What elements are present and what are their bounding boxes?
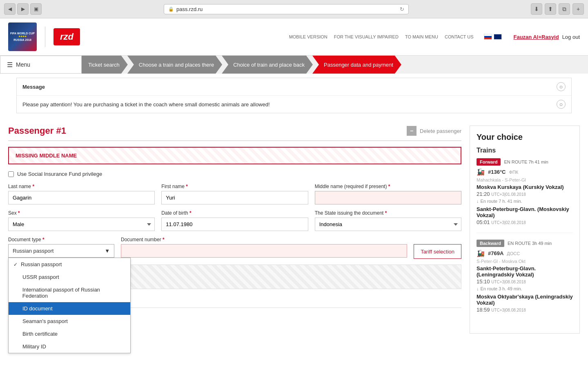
message-close-1[interactable]: ○ — [557, 82, 566, 91]
hamburger-icon: ☰ — [7, 61, 13, 69]
sex-required: * — [18, 210, 20, 216]
state-label: The State issuing the document * — [315, 210, 461, 216]
doc-type-option-russian-passport[interactable]: ✓ Russian passport — [9, 258, 130, 271]
ru-flag[interactable] — [484, 34, 492, 40]
message-close-2[interactable]: ○ — [557, 100, 566, 109]
logout-button[interactable]: Log out — [562, 34, 580, 40]
main-content: Passenger #1 − Delete passenger MISSING … — [0, 117, 588, 346]
doc-type-option-intl-passport[interactable]: International passport of Russian Federa… — [9, 283, 130, 302]
train-forward-direction: Forward EN ROUTE 7h 41 min — [477, 158, 573, 166]
visually-impaired-link[interactable]: FOR THE VISUALLY IMPAIRED — [334, 34, 399, 39]
doc-type-list: ✓ Russian passport USSR passport Interna… — [8, 258, 131, 353]
share-button[interactable]: ⬆ — [545, 3, 556, 15]
forward-train-class: ФПК — [509, 170, 519, 175]
sidebar-title: Your choice — [477, 132, 573, 142]
doc-type-dropdown[interactable]: Russian passport ▼ ✓ Russian passport — [8, 244, 114, 258]
rzd-logo: rzd — [53, 28, 80, 45]
doc-type-option-birth-certificate[interactable]: Birth certificate — [9, 328, 130, 340]
state-select[interactable]: Indonesia Russia — [315, 218, 461, 231]
doc-type-selected-text: Russian passport — [13, 248, 53, 254]
en-flag[interactable] — [494, 34, 502, 40]
state-field: The State issuing the document * Indones… — [315, 210, 461, 231]
doc-type-option-id-document[interactable]: ID document — [9, 302, 130, 315]
address-bar[interactable]: 🔒 pass.rzd.ru ↻ — [164, 4, 409, 14]
dob-input[interactable] — [161, 218, 308, 231]
sex-dob-state-row: Sex * Male Female Date of birth * — [8, 210, 461, 231]
back-button[interactable]: ◀ — [4, 3, 16, 15]
first-name-label: First name * — [161, 184, 308, 189]
duration-arrow-icon: ↓ — [477, 199, 479, 204]
forward-button[interactable]: ▶ — [17, 3, 29, 15]
middle-name-label: Middle name (required if present) * — [315, 184, 461, 189]
social-insurance-label: Use Social Insurance Fund privilege — [17, 171, 102, 177]
mobile-version-link[interactable]: MOBILE VERSION — [289, 34, 327, 39]
doc-number-required: * — [163, 237, 165, 242]
forward-en-route: EN ROUTE 7h 41 min — [504, 159, 548, 164]
doc-type-trigger[interactable]: Russian passport ▼ — [8, 244, 114, 258]
step-choose-train[interactable]: Choose a train and places there — [127, 56, 222, 74]
doc-type-label: Document type * — [8, 237, 114, 242]
url-text: pass.rzd.ru — [176, 6, 203, 12]
new-tab-button[interactable]: ⧉ — [559, 3, 570, 15]
logo-area: FIFA WORLD CUP ★★★★ RUSSIA 2018 rzd — [8, 22, 80, 51]
doc-type-option-seamans-passport[interactable]: Seaman's passport — [9, 315, 130, 328]
last-name-label: Last name * — [8, 184, 155, 189]
reload-icon[interactable]: ↻ — [400, 6, 404, 12]
doc-number-label: Document number * — [121, 237, 407, 242]
state-required: * — [385, 210, 387, 216]
download-button[interactable]: ⬇ — [531, 3, 542, 15]
doc-number-input[interactable] — [121, 244, 407, 258]
lock-icon: 🔒 — [168, 7, 174, 12]
message-warning-text: Please pay attention! You are purchasing… — [22, 101, 552, 108]
doc-type-required: * — [42, 237, 45, 242]
delete-passenger-label: Delete passenger — [420, 128, 461, 134]
plus-button[interactable]: + — [572, 3, 584, 15]
sidebar-box: Your choice Trains Forward EN ROUTE 7h 4… — [470, 126, 580, 334]
sidebar-button[interactable]: ▣ — [30, 3, 42, 15]
contact-us-link[interactable]: CONTACT US — [445, 34, 474, 39]
first-name-required: * — [186, 184, 188, 189]
last-name-input[interactable] — [8, 191, 155, 204]
first-name-input[interactable] — [161, 191, 308, 204]
steps-nav: ☰ Menu Ticket search Choose a train and … — [0, 56, 588, 74]
doc-row: Document type * Russian passport ▼ ✓ — [8, 237, 461, 259]
doc-type-option-military-id[interactable]: Military ID — [9, 340, 130, 353]
tariff-selection-button[interactable]: Tariff selection — [414, 244, 461, 259]
train-card-forward: Forward EN ROUTE 7h 41 min 🚂 #136°C ФПК … — [477, 158, 573, 233]
lang-flags — [484, 34, 502, 40]
doc-type-option-ussr-passport[interactable]: USSR passport — [9, 271, 130, 283]
passenger-title: Passenger #1 — [8, 126, 66, 136]
backward-to-station: Moskva Oktyabr'skaya (Leningradskiy Vokz… — [477, 294, 573, 306]
last-name-required: * — [32, 184, 34, 189]
step-choice-back[interactable]: Choice of train and place back — [222, 56, 313, 74]
tariff-btn-wrapper: Tariff selection — [414, 237, 461, 259]
fifa-logo: FIFA WORLD CUP ★★★★ RUSSIA 2018 — [8, 22, 37, 51]
menu-label: Menu — [16, 61, 30, 68]
doc-type-option-label: Military ID — [22, 343, 46, 350]
menu-button[interactable]: ☰ Menu — [0, 56, 82, 74]
social-insurance-checkbox[interactable] — [8, 171, 14, 177]
backward-train-class: ДОСС — [507, 251, 520, 256]
warning-banner: MISSING MIDDLE NAME — [8, 147, 461, 164]
backward-duration: ↓ En route 3 h. 49 min. — [477, 286, 573, 291]
dob-required: * — [189, 210, 192, 216]
dob-field: Date of birth * — [161, 210, 308, 231]
main-menu-link[interactable]: TO MAIN MENU — [405, 34, 438, 39]
step-ticket-search[interactable]: Ticket search — [82, 56, 128, 74]
sex-select[interactable]: Male Female — [8, 218, 155, 231]
message-label: Message — [22, 84, 45, 90]
chevron-down-icon: ▼ — [105, 248, 110, 254]
delete-passenger-button[interactable]: − Delete passenger — [407, 126, 461, 136]
middle-name-input[interactable] — [315, 191, 461, 204]
doc-number-field: Document number * — [121, 237, 407, 258]
train-backward-direction: Backward EN ROUTE 3h 49 min — [477, 240, 573, 247]
doc-type-option-label: Seaman's passport — [22, 318, 68, 324]
backward-en-route: EN ROUTE 3h 49 min — [508, 241, 552, 246]
forward-duration: ↓ En route 7 h. 41 min. — [477, 199, 573, 204]
backward-from-time: 15:10 UTC+3|08.08.2018 — [477, 278, 573, 285]
page: FIFA WORLD CUP ★★★★ RUSSIA 2018 rzd MOBI… — [0, 18, 588, 368]
username[interactable]: Fauzan Al+Rasyid — [513, 34, 559, 40]
forward-train-number: #136°C — [488, 169, 506, 175]
name-fields-row: Last name * First name * Middle name (re… — [8, 184, 461, 204]
step-passenger-data[interactable]: Passenger data and payment — [312, 56, 401, 74]
